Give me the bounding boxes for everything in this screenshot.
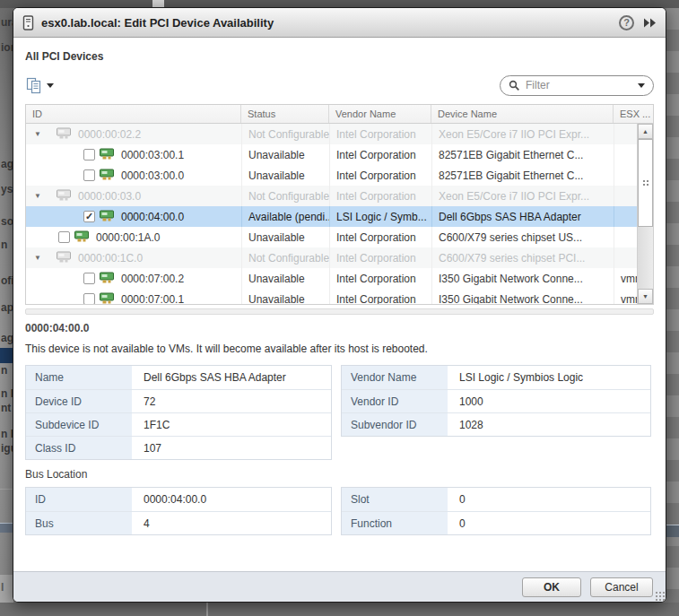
- pci-device-icon: [57, 127, 72, 142]
- device-properties-right-table: Vendor NameLSI Logic / Symbios Logic Ven…: [341, 365, 651, 437]
- dimmed-background-bottom: [0, 603, 679, 616]
- esx-cell: [614, 124, 637, 144]
- property-value: 0: [448, 512, 650, 534]
- esx-cell: [614, 186, 637, 206]
- scrollbar-grip-icon: [642, 179, 649, 187]
- collapse-arrow-icon[interactable]: ▼: [31, 192, 44, 200]
- device-checkbox[interactable]: [83, 273, 95, 284]
- background-text-fragment: nt: [1, 402, 13, 414]
- device-checkbox[interactable]: [83, 169, 95, 181]
- vertical-scrollbar[interactable]: ▲ ▼: [637, 124, 653, 304]
- resize-grip[interactable]: [655, 591, 665, 601]
- table-row[interactable]: ▼ 0000:00:1C.0 Not Configurable Intel Co…: [26, 247, 637, 268]
- bus-location-heading: Bus Location: [25, 468, 654, 481]
- background-selected-nav-row: [0, 348, 13, 363]
- background-text-fragment: n: [1, 239, 13, 251]
- property-label: Name: [26, 366, 132, 389]
- table-row[interactable]: 0000:07:00.2 Unavailable Intel Corporati…: [26, 268, 637, 289]
- column-header-device[interactable]: Device Name: [431, 105, 614, 123]
- device-id-cell: 0000:07:00.2: [121, 273, 184, 285]
- background-highlight-band: [666, 525, 679, 537]
- property-value: LSI Logic / Symbios Logic: [448, 366, 650, 389]
- device-name-cell: C600/X79 series chipset US...: [431, 227, 614, 247]
- reboot-notice-text: This device is not available to VMs. It …: [25, 343, 654, 355]
- property-value: 0000:04:00.0: [132, 488, 331, 511]
- vendor-cell: Intel Corporation: [329, 186, 431, 206]
- vendor-cell: Intel Corporation: [329, 144, 431, 165]
- property-value: 1000: [448, 390, 650, 412]
- column-header-status[interactable]: Status: [241, 105, 329, 123]
- filter-input[interactable]: [526, 79, 638, 91]
- help-icon[interactable]: ?: [619, 15, 634, 30]
- vendor-cell: Intel Corporation: [329, 165, 431, 186]
- device-checkbox[interactable]: [83, 293, 95, 304]
- table-row[interactable]: 0000:00:1A.0 Unavailable Intel Corporati…: [26, 227, 637, 247]
- background-text-fragment: sou: [1, 215, 13, 228]
- pci-device-icon: [100, 210, 115, 224]
- esx-cell: [614, 206, 637, 227]
- splitter-handle[interactable]: [25, 308, 654, 315]
- column-header-id[interactable]: ID: [26, 105, 241, 123]
- property-value: 0: [448, 488, 650, 511]
- property-label: Bus: [26, 512, 132, 534]
- cancel-button[interactable]: Cancel: [590, 577, 653, 597]
- status-cell: Not Configurable: [241, 247, 329, 268]
- table-row[interactable]: ▼ 0000:00:02.2 Not Configurable Intel Co…: [26, 124, 637, 144]
- device-checkbox[interactable]: [58, 231, 70, 243]
- pci-device-icon: [100, 148, 115, 162]
- background-text-fragment: ion: [1, 41, 13, 54]
- status-cell: Unavailable: [241, 227, 329, 247]
- pci-device-icon: [100, 272, 115, 286]
- filter-box[interactable]: [500, 75, 654, 96]
- filter-dropdown-caret-icon[interactable]: [638, 83, 645, 88]
- device-name-cell: Dell 6Gbps SAS HBA Adapter: [431, 206, 614, 227]
- title-bar[interactable]: esx0.lab.local: Edit PCI Device Availabi…: [13, 8, 666, 38]
- property-label: Vendor ID: [342, 390, 448, 412]
- background-text-fragment: ura: [1, 16, 13, 29]
- table-row-selected[interactable]: 0000:04:00.0 Available (pendi... LSI Log…: [26, 206, 637, 227]
- background-text-fragment: n H: [1, 428, 13, 440]
- background-toolbar-band: [0, 523, 13, 533]
- background-text-fragment: I: [1, 581, 13, 594]
- bus-location-properties: ID0000:04:00.0 Bus4 Slot0 Function0: [25, 487, 654, 535]
- table-row[interactable]: 0000:03:00.1 Unavailable Intel Corporati…: [26, 144, 637, 165]
- table-row[interactable]: ▼ 0000:00:03.0 Not Configurable Intel Co…: [26, 186, 637, 206]
- device-checkbox-checked[interactable]: [83, 211, 95, 222]
- copy-button[interactable]: [25, 77, 54, 94]
- esx-cell: [614, 144, 637, 165]
- bus-location-left-table: ID0000:04:00.0 Bus4: [25, 487, 332, 535]
- device-name-cell: 82571EB Gigabit Ethernet C...: [431, 144, 614, 165]
- copy-dropdown-caret-icon[interactable]: [47, 83, 54, 88]
- dialog-footer: OK Cancel: [13, 571, 666, 602]
- device-id-cell: 0000:00:1A.0: [96, 231, 160, 244]
- status-cell: Unavailable: [241, 144, 329, 165]
- device-checkbox[interactable]: [83, 149, 95, 161]
- scrollbar-thumb[interactable]: [638, 139, 653, 227]
- table-row[interactable]: 0000:03:00.0 Unavailable Intel Corporati…: [26, 165, 637, 186]
- esx-cell: vmn...: [614, 289, 637, 304]
- panel-heading: All PCI Devices: [25, 50, 654, 63]
- pci-device-table: ID Status Vendor Name Device Name ESX ..…: [25, 104, 654, 305]
- collapse-arrow-icon[interactable]: ▼: [31, 130, 44, 138]
- scroll-down-button[interactable]: ▼: [638, 289, 653, 304]
- background-divider: [0, 489, 13, 490]
- ok-button[interactable]: OK: [522, 577, 581, 597]
- bus-location-right-table: Slot0 Function0: [341, 487, 651, 535]
- device-id-cell: 0000:00:1C.0: [78, 252, 143, 265]
- table-body: ▼ 0000:00:02.2 Not Configurable Intel Co…: [26, 124, 637, 304]
- pci-device-icon: [100, 169, 115, 183]
- table-row[interactable]: 0000:07:00.1 Unavailable Intel Corporati…: [26, 289, 637, 304]
- grid-toolbar: [25, 74, 654, 96]
- column-header-esx[interactable]: ESX ...: [614, 105, 653, 123]
- collapse-arrow-icon[interactable]: ▼: [31, 254, 44, 262]
- background-divider: [206, 603, 208, 616]
- status-cell: Unavailable: [241, 289, 329, 304]
- column-header-vendor[interactable]: Vendor Name: [329, 105, 431, 123]
- double-arrow-icon[interactable]: [643, 18, 657, 28]
- property-label: Subdevice ID: [26, 413, 132, 436]
- pci-device-icon: [57, 189, 72, 204]
- background-text-fragment: age: [1, 332, 13, 344]
- scroll-up-button[interactable]: ▲: [638, 124, 653, 139]
- copy-icon: [25, 77, 43, 94]
- device-name-cell: 82571EB Gigabit Ethernet C...: [431, 165, 614, 186]
